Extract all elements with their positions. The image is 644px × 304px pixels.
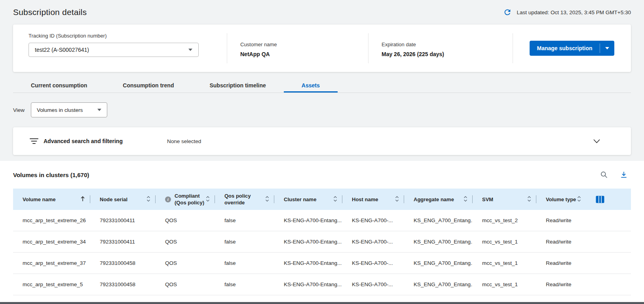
cell-aggregate-name: KS_ENG_A700_Entang... [404,274,473,295]
cell-volume-name: mcc_arp_test_extreme_26 [13,210,90,231]
manage-subscription-label: Manage subscription [530,45,599,51]
column-header-settings [586,189,631,210]
cell-node-serial: 792331000411 [90,210,156,231]
tracking-id-label: Tracking ID (Subscription number) [28,33,227,39]
subscription-card-wrap: Tracking ID (Subscription number) test22… [0,25,644,72]
cell-svm: mcc_vs_test_1 [473,253,536,274]
sort-icon[interactable] [464,196,467,203]
refresh-icon[interactable] [503,8,512,17]
cell-host-name: KS-ENG-A700-... [342,210,404,231]
cell-cluster-name: KS-ENG-A700-Entang... [274,274,342,295]
tracking-id-select[interactable]: test22 (A-S00027641) [28,43,199,57]
cell-spacer [586,231,631,252]
expiration-date-value: May 26, 2026 (225 days) [382,51,513,57]
cell-volume-type: Read/write [536,210,586,231]
cell-aggregate-name: KS_ENG_A700_Entang... [404,231,473,252]
sort-ascending-icon[interactable] [80,196,85,203]
cell-host-name: KS-ENG-A700-... [342,231,404,252]
sort-icon[interactable] [527,196,531,203]
column-picker-icon[interactable] [596,196,604,203]
search-icon[interactable] [600,171,608,179]
cell-host-name: KS-ENG-A700-... [342,274,404,295]
cell-node-serial: 792331000458 [90,274,156,295]
tab-bar: Current consumption Consumption trend Su… [13,79,631,93]
customer-section: Customer name NetApp QA [227,25,368,72]
subscription-card: Tracking ID (Subscription number) test22… [13,25,631,72]
advanced-search-wrap: Advanced search and filtering None selec… [0,127,644,155]
view-select[interactable]: Volumes in clusters [31,102,107,117]
page-title: Subscription details [13,8,87,17]
view-label: View [13,107,25,113]
manage-subscription-button[interactable]: Manage subscription [530,41,614,56]
horizontal-scrollbar[interactable] [0,302,644,304]
column-header-volume-type[interactable]: Volume type [536,189,586,210]
column-header-qos-policy-override[interactable]: Qos policy override [215,189,274,210]
actions-section: Manage subscription [513,25,631,72]
tab-current-consumption[interactable]: Current consumption [13,79,105,93]
cell-compliant-qos-policy: QOS [156,253,215,274]
table-row[interactable]: mcc_arp_test_extreme_37 792331000458 QOS… [13,253,631,274]
advanced-search-title: Advanced search and filtering [44,138,167,144]
cell-volume-type: Read/write [536,231,586,252]
assets-table-section: Volumes in clusters (1,670) Volume name [0,161,644,303]
table-title-row: Volumes in clusters (1,670) [13,161,631,189]
sort-icon[interactable] [206,196,210,203]
cell-qos-policy-override: false [215,231,274,252]
sort-icon[interactable] [146,196,150,203]
tracking-id-value: test22 (A-S00027641) [35,47,89,53]
last-updated-text: Last updated: Oct 13, 2025, 3:45 PM GMT+… [517,9,631,15]
sort-icon[interactable] [333,196,337,203]
cell-spacer [586,274,631,295]
cell-qos-policy-override: false [215,274,274,295]
view-select-value: Volumes in clusters [37,107,83,113]
column-header-volume-name[interactable]: Volume name [13,189,90,210]
tab-consumption-trend[interactable]: Consumption trend [105,79,192,93]
table-row[interactable]: mcc_arp_test_extreme_34 792331000411 QOS… [13,231,631,253]
cell-compliant-qos-policy: QOS [156,231,215,252]
tab-subscription-timeline[interactable]: Subscription timeline [192,79,283,93]
sort-icon[interactable] [265,196,269,203]
page-header: Subscription details Last updated: Oct 1… [0,0,644,25]
tabs-wrap: Current consumption Consumption trend Su… [0,79,644,93]
customer-name-value: NetApp QA [240,51,368,57]
cell-cluster-name: KS-ENG-A700-Entang... [274,231,342,252]
info-icon[interactable]: i [165,196,171,202]
cell-svm: mcc_vs_test_1 [473,231,536,252]
cell-aggregate-name: KS_ENG_A700_Entang... [404,253,473,274]
column-header-compliant-qos-policy[interactable]: i Compliant (Qos policy) [156,189,215,210]
table-body: mcc_arp_test_extreme_26 792331000411 QOS… [13,210,631,295]
column-header-host-name[interactable]: Host name [342,189,404,210]
column-header-svm[interactable]: SVM [473,189,536,210]
cell-volume-name: mcc_arp_test_extreme_34 [13,231,90,252]
table-title: Volumes in clusters (1,670) [13,172,89,178]
download-icon[interactable] [620,171,628,179]
cell-node-serial: 792331000411 [90,231,156,252]
chevron-down-icon [188,49,192,51]
expand-chevron-icon[interactable] [593,139,600,143]
tab-assets[interactable]: Assets [284,79,338,93]
cell-compliant-qos-policy: QOS [156,210,215,231]
advanced-search-panel[interactable]: Advanced search and filtering None selec… [13,127,631,155]
cell-volume-name: mcc_arp_test_extreme_5 [13,274,90,295]
sort-icon[interactable] [395,196,399,203]
cell-svm: mcc_vs_test_1 [473,274,536,295]
cell-cluster-name: KS-ENG-A700-Entang... [274,210,342,231]
cell-volume-type: Read/write [536,253,586,274]
sort-icon[interactable] [577,196,581,203]
column-header-cluster-name[interactable]: Cluster name [274,189,342,210]
column-header-aggregate-name[interactable]: Aggregate name [404,189,473,210]
table-header: Volume name Node serial i Compliant (Qo [13,189,631,210]
cell-aggregate-name: KS_ENG_A700_Entang... [404,210,473,231]
table-actions [600,171,628,179]
cell-qos-policy-override: false [215,253,274,274]
assets-table: Volume name Node serial i Compliant (Qo [13,189,631,295]
cell-compliant-qos-policy: QOS [156,274,215,295]
table-row[interactable]: mcc_arp_test_extreme_26 792331000411 QOS… [13,210,631,231]
cell-spacer [586,253,631,274]
expiration-section: Expiration date May 26, 2026 (225 days) [369,25,513,72]
customer-name-label: Customer name [240,42,368,47]
table-row[interactable]: mcc_arp_test_extreme_5 792331000458 QOS … [13,274,631,295]
chevron-down-icon [97,109,101,111]
caret-down-icon[interactable] [600,47,614,49]
column-header-node-serial[interactable]: Node serial [90,189,156,210]
